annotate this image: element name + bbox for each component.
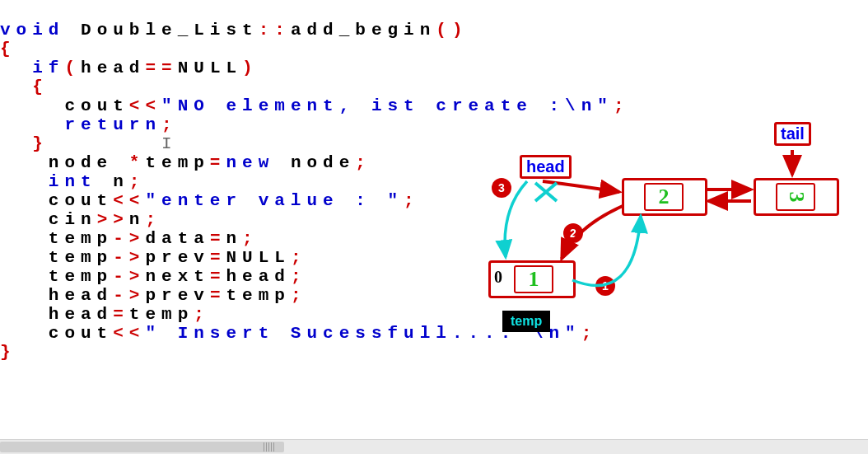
node-temp-value: 1 [529, 267, 539, 292]
temp-label: temp [502, 311, 550, 332]
node-3-value: 3 [783, 192, 808, 203]
svg-line-3 [535, 183, 557, 201]
node-2: 2 [622, 178, 707, 216]
scrollbar-thumb[interactable] [0, 442, 284, 452]
node-temp-prev: 0 [494, 268, 502, 287]
tail-label: tail [774, 122, 811, 146]
node-2-value: 2 [659, 185, 670, 209]
svg-line-4 [535, 183, 557, 201]
node-3: 3 [754, 178, 839, 216]
step-2-badge: 2 [563, 223, 583, 243]
horizontal-scrollbar[interactable] [0, 439, 868, 454]
step-3-badge: 3 [492, 178, 511, 198]
scrollbar-grip-icon [264, 442, 275, 452]
step-1-badge: 1 [595, 276, 615, 296]
node-temp: 0 1 [488, 260, 576, 298]
linked-list-diagram: head tail 2 3 0 1 temp 3 2 1 [0, 0, 868, 454]
head-label: head [520, 155, 572, 179]
